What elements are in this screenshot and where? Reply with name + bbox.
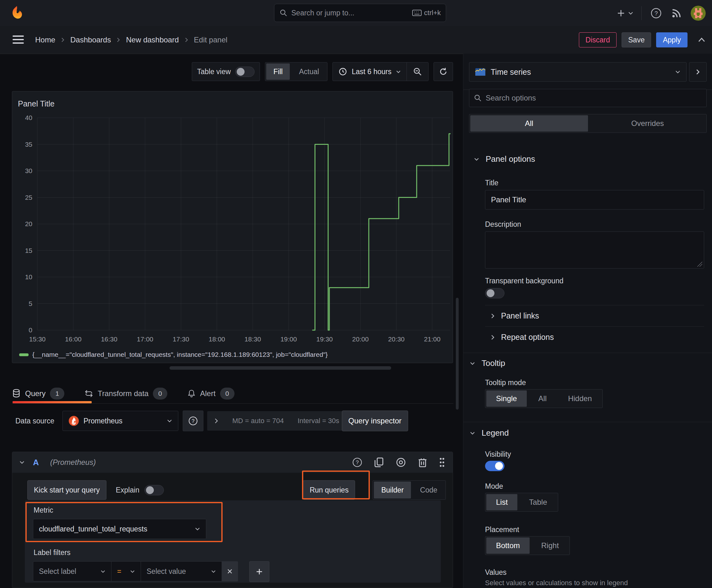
global-search-input[interactable]: Search or jump to... ctrl+k [274, 4, 446, 22]
panel-resize-handle[interactable] [170, 366, 391, 370]
transparent-background-toggle[interactable] [485, 288, 504, 298]
code-option[interactable]: Code [412, 481, 446, 499]
timeseries-viz-icon [475, 68, 486, 76]
menu-toggle-button[interactable] [13, 34, 24, 45]
panel-title: Panel Title [12, 91, 453, 113]
grafana-logo-icon[interactable] [9, 5, 25, 21]
visualization-panel: Panel Title 051015202530354015:3016:0016… [12, 91, 453, 363]
select-value-dropdown[interactable]: Select value [141, 561, 222, 582]
panel-options-section-header[interactable]: Panel options [474, 154, 535, 164]
add-filter-button[interactable] [249, 561, 269, 582]
refresh-button[interactable] [434, 62, 453, 81]
breadcrumb-dashboards[interactable]: Dashboards [70, 36, 111, 44]
chevron-down-icon[interactable] [19, 460, 25, 464]
tooltip-section-header[interactable]: Tooltip [470, 358, 505, 368]
options-filter-tabs: All Overrides [469, 114, 707, 133]
svg-text:16:00: 16:00 [65, 335, 82, 343]
new-menu-button[interactable] [616, 8, 633, 18]
legend-placement-right-option[interactable]: Right [531, 537, 569, 555]
datasource-help-button[interactable]: ? [183, 411, 203, 431]
tab-query[interactable]: Query 1 [12, 387, 64, 400]
kick-start-button[interactable]: Kick start your query [27, 480, 106, 500]
tooltip-single-option[interactable]: Single [486, 391, 527, 407]
query-row-header[interactable]: A (Prometheus) ? [12, 452, 453, 473]
chart-plot[interactable]: 051015202530354015:3016:0016:3017:0017:3… [12, 113, 453, 346]
panel-view-toolbar: Table view Fill Actual Last 6 hours [192, 62, 453, 81]
tooltip-all-option[interactable]: All [528, 390, 558, 408]
tooltip-hidden-option[interactable]: Hidden [557, 390, 602, 408]
tab-all[interactable]: All [470, 115, 588, 132]
svg-text:40: 40 [25, 114, 33, 121]
zoom-out-button[interactable] [407, 63, 428, 81]
datasource-picker[interactable]: Prometheus [63, 411, 178, 431]
legend-visibility-toggle[interactable] [485, 461, 504, 471]
legend-placement-label: Placement [485, 525, 519, 534]
legend-placement-bottom-option[interactable]: Bottom [486, 538, 530, 554]
apply-button[interactable]: Apply [656, 33, 688, 47]
table-view-toggle[interactable] [235, 67, 255, 77]
query-help-icon[interactable]: ? [352, 457, 363, 468]
help-icon[interactable]: ? [650, 7, 662, 19]
tooltip-mode-switch: Single All Hidden [485, 389, 603, 408]
delete-query-icon[interactable] [417, 457, 428, 468]
breadcrumb-new-dashboard[interactable]: New dashboard [126, 36, 179, 44]
table-view-label: Table view [197, 67, 231, 76]
explain-toggle[interactable] [145, 485, 164, 495]
legend-mode-list-option[interactable]: List [486, 494, 517, 510]
save-button[interactable]: Save [622, 33, 651, 47]
shortcut-hint: ctrl+k [412, 9, 441, 17]
legend-mode-label: Mode [485, 482, 503, 491]
chevron-right-icon [491, 313, 495, 319]
datasource-label: Data source [15, 417, 54, 425]
explain-label: Explain [116, 486, 139, 495]
run-queries-button[interactable]: Run queries [303, 480, 355, 500]
legend-series-swatch[interactable] [19, 353, 28, 356]
main-scrollbar-thumb[interactable] [456, 298, 459, 410]
repeat-options-section[interactable]: Repeat options [491, 333, 554, 342]
search-icon [474, 94, 482, 102]
chevron-down-icon [474, 158, 479, 161]
tab-alert[interactable]: Alert 0 [188, 387, 234, 400]
query-inspector-button[interactable]: Query inspector [342, 411, 408, 431]
description-textarea[interactable] [485, 231, 704, 269]
svg-text:?: ? [356, 460, 359, 465]
fill-option[interactable]: Fill [266, 63, 290, 80]
tab-transform-data[interactable]: Transform data 0 [84, 387, 167, 400]
tab-overrides[interactable]: Overrides [589, 114, 707, 132]
duplicate-query-icon[interactable] [373, 457, 384, 468]
visualization-picker[interactable]: Time series [469, 62, 687, 82]
chevron-down-icon [130, 570, 135, 573]
query-ref-id[interactable]: A [33, 458, 39, 467]
resize-grip-icon[interactable] [697, 261, 702, 267]
refresh-icon [438, 67, 448, 76]
chevron-down-icon [195, 527, 200, 531]
svg-text:19:00: 19:00 [280, 335, 297, 343]
toggle-viz-list-button[interactable] [689, 62, 707, 82]
legend-mode-table-option[interactable]: Table [518, 493, 558, 511]
panel-links-section[interactable]: Panel links [491, 311, 539, 320]
operator-dropdown[interactable]: = [111, 561, 141, 582]
legend-section-header[interactable]: Legend [470, 428, 509, 438]
select-label-dropdown[interactable]: Select label [33, 561, 111, 582]
panel-title-input[interactable]: Panel Title [485, 190, 704, 210]
drag-handle-icon[interactable] [438, 457, 446, 468]
chart-legend: {__name__="cloudflared_tunnel_total_requ… [12, 346, 453, 363]
chevron-right-icon [696, 68, 700, 76]
builder-option[interactable]: Builder [374, 482, 411, 499]
collapse-options-icon[interactable] [697, 37, 706, 43]
news-rss-icon[interactable] [671, 7, 683, 19]
time-range-picker[interactable]: Last 6 hours [333, 63, 407, 81]
chevron-right-icon[interactable] [214, 418, 218, 424]
actual-option[interactable]: Actual [291, 63, 327, 81]
remove-filter-button[interactable] [222, 561, 238, 582]
breadcrumb-home[interactable]: Home [35, 36, 55, 44]
discard-button[interactable]: Discard [579, 33, 617, 47]
description-field-label: Description [485, 220, 521, 229]
toggle-visibility-icon[interactable] [395, 457, 407, 468]
search-icon [279, 9, 287, 17]
user-avatar[interactable] [691, 6, 706, 21]
legend-series-label[interactable]: {__name__="cloudflared_tunnel_total_requ… [33, 351, 328, 358]
chevron-right-icon [61, 37, 65, 43]
search-options-input[interactable]: Search options [469, 89, 707, 107]
metric-select[interactable]: cloudflared_tunnel_total_requests [33, 519, 206, 539]
